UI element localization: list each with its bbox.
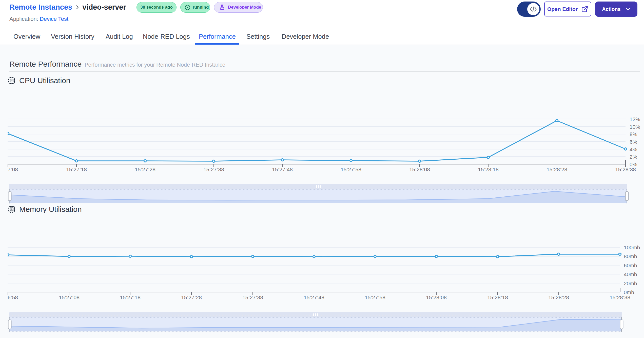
svg-text:15:27:58: 15:27:58 (365, 294, 385, 300)
svg-text:10%: 10% (630, 124, 640, 130)
svg-text:12%: 12% (630, 116, 640, 122)
svg-text:15:27:18: 15:27:18 (66, 166, 87, 172)
svg-text:80mb: 80mb (624, 253, 637, 259)
svg-text:15:28:38: 15:28:38 (610, 294, 630, 300)
svg-text:60mb: 60mb (624, 262, 637, 268)
svg-text:15:28:08: 15:28:08 (426, 294, 447, 300)
svg-text:15:28:08: 15:28:08 (409, 166, 430, 172)
svg-text:15:28:28: 15:28:28 (547, 166, 567, 172)
svg-text:15:27:28: 15:27:28 (181, 294, 202, 300)
svg-text:15:27:28: 15:27:28 (135, 166, 155, 172)
svg-text:20mb: 20mb (624, 280, 637, 286)
svg-text:100mb: 100mb (624, 245, 640, 250)
svg-text:8%: 8% (630, 131, 637, 137)
svg-text:15:28:18: 15:28:18 (478, 166, 499, 172)
svg-text:7:08: 7:08 (8, 166, 18, 172)
svg-text:6:58: 6:58 (8, 294, 18, 300)
svg-text:4%: 4% (630, 146, 637, 152)
svg-text:15:27:48: 15:27:48 (304, 294, 324, 300)
svg-text:0%: 0% (630, 161, 637, 167)
svg-text:15:27:38: 15:27:38 (203, 166, 224, 172)
svg-text:15:28:18: 15:28:18 (487, 294, 508, 300)
svg-text:15:28:28: 15:28:28 (548, 294, 569, 300)
svg-text:0mb: 0mb (624, 289, 634, 295)
svg-text:15:27:18: 15:27:18 (120, 294, 141, 300)
svg-text:6%: 6% (630, 139, 637, 145)
svg-text:40mb: 40mb (624, 271, 637, 277)
svg-text:15:27:08: 15:27:08 (59, 294, 80, 300)
svg-text:15:27:48: 15:27:48 (272, 166, 293, 172)
svg-text:15:27:58: 15:27:58 (341, 166, 361, 172)
svg-text:2%: 2% (630, 154, 637, 160)
svg-text:15:27:38: 15:27:38 (242, 294, 263, 300)
svg-text:15:28:38: 15:28:38 (615, 166, 636, 172)
